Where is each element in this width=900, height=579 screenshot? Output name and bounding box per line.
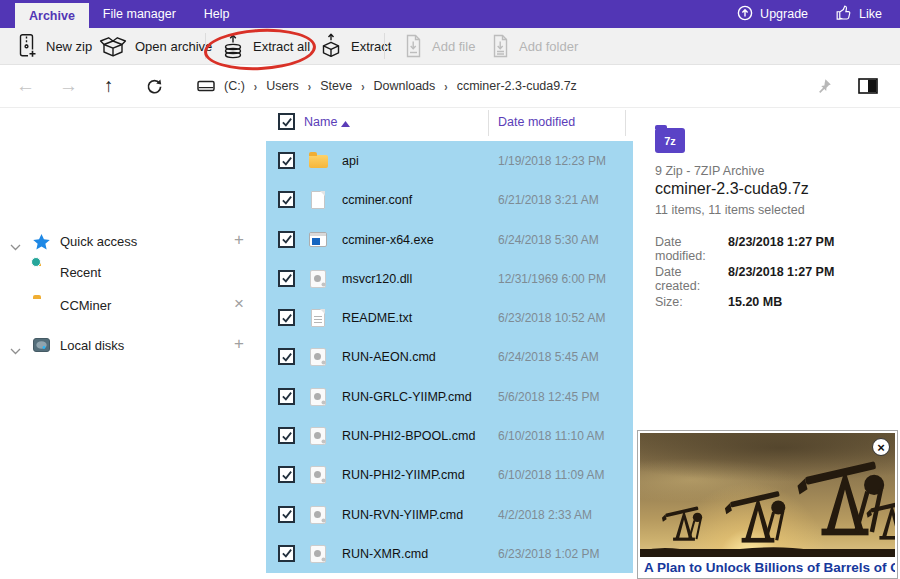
tab-archive[interactable]: Archive bbox=[15, 3, 89, 28]
sidebar-item-label: CCMiner bbox=[60, 298, 111, 313]
breadcrumb-downloads[interactable]: Downloads bbox=[373, 79, 435, 93]
menubar-actions: Upgrade Like bbox=[737, 0, 900, 28]
table-row[interactable]: RUN-PHI2-YIIMP.cmd 6/10/2018 11:09 AM bbox=[266, 455, 633, 494]
chevron-down-icon[interactable] bbox=[10, 343, 21, 358]
file-date: 6/23/2018 10:52 AM bbox=[498, 311, 605, 325]
file-name: RUN-AEON.cmd bbox=[342, 350, 436, 364]
ad-banner[interactable]: × A Plan to Unlock Billions of Barrels o… bbox=[637, 430, 898, 579]
table-row[interactable]: RUN-XMR.cmd 6/23/2018 1:02 PM bbox=[266, 534, 633, 573]
tab-help[interactable]: Help bbox=[190, 0, 244, 28]
column-header-date-modified[interactable]: Date modified bbox=[498, 115, 575, 129]
ad-close-icon[interactable]: × bbox=[872, 438, 890, 456]
txt-file-icon bbox=[311, 309, 325, 327]
add-file-label: Add file bbox=[432, 39, 475, 54]
upgrade-button[interactable]: Upgrade bbox=[737, 5, 808, 24]
table-row[interactable]: msvcr120.dll 12/31/1969 6:00 PM bbox=[266, 259, 633, 298]
row-checkbox[interactable] bbox=[278, 427, 295, 444]
chevron-down-icon[interactable] bbox=[10, 239, 21, 254]
row-checkbox[interactable] bbox=[278, 231, 295, 248]
file-type-label: 9 Zip - 7ZIP Archive bbox=[655, 164, 765, 178]
sidebar-item-ccminer[interactable]: CCMiner × bbox=[0, 291, 260, 321]
like-label: Like bbox=[859, 7, 882, 21]
breadcrumb-users[interactable]: Users bbox=[266, 79, 299, 93]
column-divider[interactable] bbox=[625, 110, 626, 136]
breadcrumb-drive[interactable]: (C:) bbox=[224, 79, 245, 93]
file-date: 5/6/2018 12:45 PM bbox=[498, 390, 599, 404]
dll-file-icon bbox=[310, 270, 326, 288]
cmd-file-icon bbox=[310, 466, 326, 484]
sidebar-item-label: Recent bbox=[60, 265, 101, 280]
file-date: 6/23/2018 1:02 PM bbox=[498, 547, 599, 561]
sidebar-item-local-disks[interactable]: Local disks + bbox=[0, 331, 260, 361]
file-name: RUN-RVN-YIIMP.cmd bbox=[342, 508, 463, 522]
table-row[interactable]: ccminer-x64.exe 6/24/2018 5:30 AM bbox=[266, 220, 633, 259]
back-arrow-icon[interactable]: ← bbox=[16, 65, 35, 107]
extract-button[interactable]: Extract bbox=[319, 28, 391, 64]
up-arrow-icon[interactable]: ↑ bbox=[104, 65, 114, 107]
property-value: 8/23/2018 1:27 PM bbox=[728, 265, 834, 293]
sidebar-item-recent[interactable]: Recent bbox=[0, 258, 260, 288]
row-checkbox[interactable] bbox=[278, 309, 295, 326]
new-zip-button[interactable]: New zip bbox=[14, 28, 92, 64]
sidebar: Quick access + Recent CCMiner × Local di… bbox=[0, 108, 260, 579]
star-icon bbox=[33, 234, 50, 253]
extract-all-label: Extract all bbox=[253, 39, 310, 54]
ad-image-oil-pumpjacks[interactable]: × bbox=[640, 433, 895, 557]
7z-archive-icon: 7z bbox=[655, 128, 685, 153]
row-checkbox[interactable] bbox=[278, 545, 295, 562]
drive-icon bbox=[197, 79, 215, 93]
file-name: ccminer.conf bbox=[342, 193, 412, 207]
breadcrumb-steve[interactable]: Steve bbox=[320, 79, 352, 93]
file-name: RUN-XMR.cmd bbox=[342, 547, 428, 561]
like-button[interactable]: Like bbox=[836, 5, 882, 23]
properties: Date modified: 8/23/2018 1:27 PM Date cr… bbox=[655, 235, 834, 311]
property-label: Date created: bbox=[655, 265, 728, 293]
column-header-name[interactable]: Name bbox=[304, 115, 337, 129]
extract-all-icon bbox=[221, 33, 245, 60]
remove-icon[interactable]: × bbox=[234, 294, 244, 314]
breadcrumb-archive[interactable]: ccminer-2.3-cuda9.7z bbox=[457, 79, 577, 93]
folder-file-icon bbox=[309, 155, 328, 168]
menu-tabs: Archive File manager Help bbox=[15, 0, 244, 28]
row-checkbox[interactable] bbox=[278, 270, 295, 287]
file-date: 6/21/2018 3:21 AM bbox=[498, 193, 599, 207]
table-row[interactable]: api 1/19/2018 12:23 PM bbox=[266, 141, 633, 180]
add-folder-button[interactable]: Add folder bbox=[489, 28, 578, 64]
file-date: 6/24/2018 5:45 AM bbox=[498, 350, 599, 364]
table-row[interactable]: RUN-GRLC-YIIMP.cmd 5/6/2018 12:45 PM bbox=[266, 377, 633, 416]
add-pin-icon[interactable]: + bbox=[234, 230, 244, 250]
add-pin-icon[interactable]: + bbox=[234, 334, 244, 354]
file-date: 6/24/2018 5:30 AM bbox=[498, 233, 599, 247]
refresh-icon[interactable] bbox=[146, 65, 163, 107]
row-checkbox[interactable] bbox=[278, 191, 295, 208]
select-all-checkbox[interactable] bbox=[278, 113, 295, 130]
column-divider[interactable] bbox=[488, 110, 489, 136]
pin-icon[interactable] bbox=[816, 65, 832, 107]
row-checkbox[interactable] bbox=[278, 152, 295, 169]
hard-disk-icon bbox=[33, 338, 50, 355]
table-row[interactable]: RUN-PHI2-BPOOL.cmd 6/10/2018 11:10 AM bbox=[266, 416, 633, 455]
add-file-button[interactable]: Add file bbox=[402, 28, 475, 64]
ad-caption[interactable]: A Plan to Unlock Billions of Barrels of … bbox=[640, 557, 895, 578]
table-row[interactable]: README.txt 6/23/2018 10:52 AM bbox=[266, 298, 633, 337]
extract-all-button[interactable]: Extract all bbox=[221, 28, 310, 64]
open-archive-button[interactable]: Open archive bbox=[99, 28, 212, 64]
open-archive-icon bbox=[99, 33, 127, 59]
upgrade-icon bbox=[737, 5, 753, 24]
row-checkbox[interactable] bbox=[278, 506, 295, 523]
chevron-right-icon: › bbox=[444, 79, 447, 93]
table-row[interactable]: ccminer.conf 6/21/2018 3:21 AM bbox=[266, 180, 633, 219]
menu-bar: Archive File manager Help Upgrade Like bbox=[0, 0, 900, 28]
row-checkbox[interactable] bbox=[278, 348, 295, 365]
address-bar: ← → ↑ (C:) › Users › Steve › Downloads ›… bbox=[0, 65, 900, 108]
toolbar-separator bbox=[384, 33, 385, 59]
table-row[interactable]: RUN-RVN-YIIMP.cmd 4/2/2018 2:33 AM bbox=[266, 495, 633, 534]
sidebar-item-quick-access[interactable]: Quick access + bbox=[0, 227, 260, 257]
property-label: Date modified: bbox=[655, 235, 728, 263]
split-view-icon[interactable] bbox=[858, 65, 878, 107]
row-checkbox[interactable] bbox=[278, 388, 295, 405]
forward-arrow-icon[interactable]: → bbox=[59, 65, 78, 107]
row-checkbox[interactable] bbox=[278, 466, 295, 483]
table-row[interactable]: RUN-AEON.cmd 6/24/2018 5:45 AM bbox=[266, 337, 633, 376]
tab-file-manager[interactable]: File manager bbox=[89, 0, 190, 28]
